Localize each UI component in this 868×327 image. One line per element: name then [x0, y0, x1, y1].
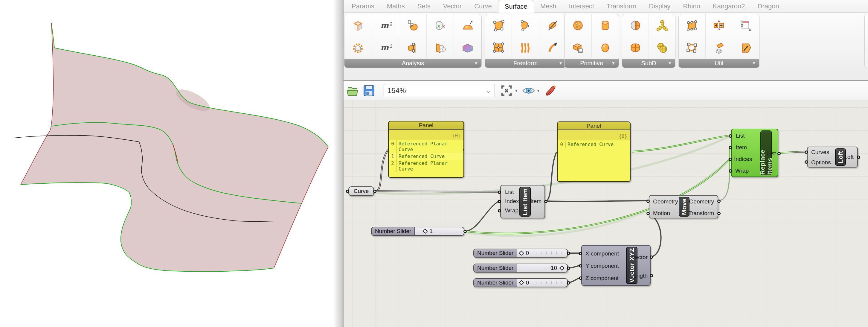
- cone-pin-icon[interactable]: [399, 36, 427, 59]
- tab-display[interactable]: Display: [643, 0, 677, 12]
- flame-ring-icon[interactable]: [344, 36, 372, 59]
- chevron-down-icon[interactable]: ▾: [515, 88, 518, 93]
- sketch-tool-icon[interactable]: [544, 84, 557, 97]
- tab-mesh[interactable]: Mesh: [534, 0, 563, 12]
- slider-out-port[interactable]: [567, 267, 570, 270]
- sweep-icon[interactable]: [512, 36, 539, 59]
- index-in-port[interactable]: [498, 200, 501, 203]
- geometry-in-port[interactable]: [646, 200, 650, 203]
- chevron-down-icon[interactable]: ▾: [537, 88, 540, 93]
- dome-pin-icon[interactable]: [454, 14, 482, 36]
- move-capsule[interactable]: Move: [679, 197, 689, 217]
- surface-handles-icon[interactable]: [679, 14, 706, 36]
- extrude-icon[interactable]: [539, 14, 566, 36]
- edge-surface-icon[interactable]: [512, 14, 539, 36]
- loft-out-port[interactable]: [857, 155, 860, 159]
- slider-track[interactable]: 10: [517, 264, 567, 272]
- area-m2-icon[interactable]: m²: [372, 14, 400, 36]
- slider-handle[interactable]: [423, 229, 428, 234]
- gh-canvas[interactable]: Curve Panel {0} 0Referenced Planar Curve…: [344, 100, 868, 327]
- wrap-in-port[interactable]: [728, 169, 732, 173]
- replace-items-node[interactable]: List Item Indices Wrap Replace Items Lis…: [731, 129, 778, 177]
- subd-sphere-icon[interactable]: [622, 14, 649, 36]
- indices-in-port[interactable]: [728, 158, 732, 161]
- item-in-port[interactable]: [728, 146, 732, 149]
- curves-in-port[interactable]: [805, 150, 808, 154]
- loft-node[interactable]: Curves Options Loft Loft: [807, 147, 858, 168]
- tab-maths[interactable]: Maths: [381, 0, 411, 12]
- tab-sets[interactable]: Sets: [411, 0, 437, 12]
- open-file-icon[interactable]: [346, 84, 360, 97]
- panel-node-1[interactable]: Panel {0} 0Referenced Planar Curve 1Refe…: [388, 121, 464, 178]
- expand-arrow-icon[interactable]: ▼: [668, 60, 672, 66]
- frame-points-icon[interactable]: [679, 36, 706, 59]
- box-corners-icon[interactable]: [344, 14, 372, 36]
- evaluate-surface-icon[interactable]: [399, 14, 427, 36]
- list-item-capsule[interactable]: List Item: [519, 187, 531, 217]
- number-slider-x[interactable]: Number Slider 0: [473, 248, 568, 258]
- list-item-node[interactable]: List Index Wrap List Item Item: [500, 185, 545, 218]
- network-surface-icon[interactable]: [485, 36, 512, 59]
- save-file-icon[interactable]: [362, 84, 376, 97]
- curve-in-port[interactable]: [346, 190, 349, 193]
- options-in-port[interactable]: [805, 160, 808, 164]
- gradient-quad-icon[interactable]: [454, 36, 482, 59]
- slider-out-port[interactable]: [567, 281, 570, 285]
- tab-curve[interactable]: Curve: [468, 0, 498, 12]
- flip-arrow-icon[interactable]: [539, 36, 566, 59]
- volume-m3-icon[interactable]: m³: [372, 36, 400, 59]
- number-slider-z[interactable]: Number Slider 0: [473, 278, 568, 287]
- tab-dragon[interactable]: Dragon: [751, 0, 785, 12]
- box-morph-icon[interactable]: [706, 36, 733, 59]
- surface-4pt-icon[interactable]: [485, 14, 512, 36]
- item-out-port[interactable]: [544, 200, 548, 203]
- rhino-viewport[interactable]: [0, 0, 338, 327]
- slider-track[interactable]: 1: [415, 227, 464, 235]
- slider-track[interactable]: 0: [517, 279, 567, 287]
- tab-params[interactable]: Params: [345, 0, 381, 12]
- wrap-in-port[interactable]: [498, 209, 501, 212]
- zoom-level-combobox[interactable]: 154% ⌄: [383, 84, 495, 97]
- slider-out-port[interactable]: [463, 230, 467, 233]
- point-in-trim-icon[interactable]: xx: [427, 14, 454, 36]
- slider-handle[interactable]: [559, 266, 564, 271]
- move-node[interactable]: Geometry Motion Move Geometry Transform: [649, 195, 718, 218]
- number-slider-index[interactable]: Number Slider 1: [371, 227, 464, 236]
- cylinder-icon[interactable]: [592, 14, 619, 36]
- tab-kangaroo2[interactable]: Kangaroo2: [707, 0, 751, 12]
- box-grid-icon[interactable]: [564, 36, 592, 59]
- list-out-port[interactable]: [777, 152, 781, 155]
- tab-surface[interactable]: Surface: [498, 0, 534, 12]
- y-in-port[interactable]: [579, 264, 582, 267]
- expand-arrow-icon[interactable]: ▼: [751, 60, 756, 66]
- vector-out-port[interactable]: [650, 256, 653, 259]
- untrim-icon[interactable]: [732, 14, 759, 36]
- tab-transform[interactable]: Transform: [600, 0, 643, 12]
- z-in-port[interactable]: [579, 276, 582, 280]
- chevron-down-icon[interactable]: ⌄: [486, 87, 491, 94]
- slider-handle[interactable]: [519, 251, 524, 256]
- dimensions-icon[interactable]: [732, 36, 759, 59]
- x-in-port[interactable]: [579, 252, 582, 255]
- group-label-freeform[interactable]: Freeform▼: [485, 59, 566, 68]
- curve-param-node[interactable]: Curve: [348, 186, 374, 196]
- slider-handle[interactable]: [519, 280, 524, 286]
- zoom-extents-icon[interactable]: [500, 84, 514, 97]
- multipipe-icon[interactable]: [649, 14, 676, 36]
- expand-arrow-icon[interactable]: ▼: [474, 60, 478, 66]
- sphere-holes-icon[interactable]: [564, 14, 592, 36]
- number-slider-y[interactable]: Number Slider 10: [473, 264, 568, 272]
- slider-out-port[interactable]: [567, 251, 570, 255]
- list-in-port[interactable]: [728, 134, 732, 138]
- curve-out-port[interactable]: [373, 190, 376, 193]
- group-label-util[interactable]: Util▼: [679, 59, 759, 68]
- squish-icon[interactable]: [706, 14, 733, 36]
- group-label-primitive[interactable]: Primitive▼: [564, 59, 619, 68]
- transform-out-port[interactable]: [717, 212, 721, 215]
- ellipsoid-icon[interactable]: [592, 36, 619, 59]
- vector-xyz-node[interactable]: X component Y component Z component Vect…: [581, 245, 651, 286]
- expand-arrow-icon[interactable]: ▼: [558, 60, 563, 66]
- geometry-out-port[interactable]: [717, 200, 721, 203]
- motion-in-port[interactable]: [646, 212, 650, 215]
- tab-vector[interactable]: Vector: [437, 0, 468, 12]
